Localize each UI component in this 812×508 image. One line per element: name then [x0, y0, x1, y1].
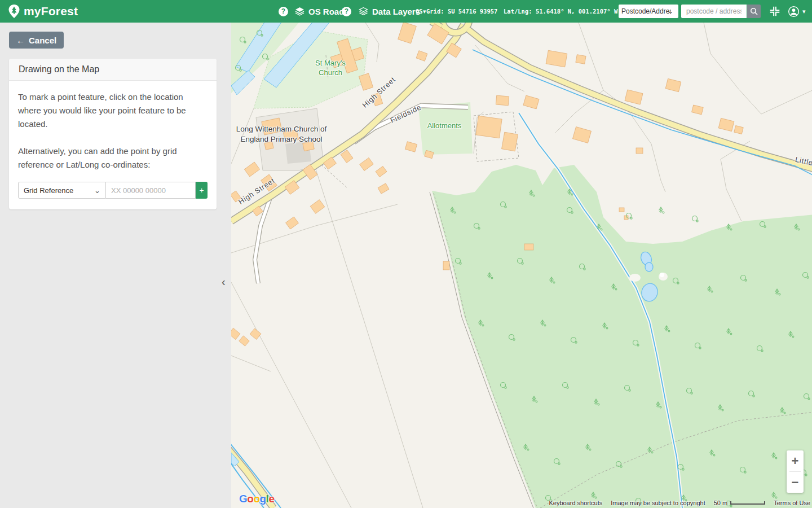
copyright-notice: Image may be subject to copyright: [611, 500, 705, 506]
layers-outline-icon: [359, 7, 368, 16]
map-label-primary-school: Long Wittenham Church of England Primary…: [231, 124, 333, 144]
left-sidebar: ← Cancel Drawing on the Map To mark a po…: [0, 23, 231, 508]
brand-logo[interactable]: myForest: [8, 0, 78, 23]
ref-type-select[interactable]: Grid Reference ⌄: [18, 182, 106, 199]
basemap-tiles: [231, 23, 812, 508]
brand-name: myForest: [24, 5, 78, 18]
search-icon: [750, 7, 758, 15]
cancel-button[interactable]: ← Cancel: [9, 32, 64, 49]
user-circle-icon: [788, 6, 800, 17]
layers-icon: [295, 7, 304, 16]
search-button[interactable]: [747, 5, 761, 18]
search-input[interactable]: [681, 5, 747, 18]
ref-type-selected: Grid Reference: [24, 186, 73, 195]
zoom-out-button[interactable]: −: [787, 472, 804, 493]
basemap-menu-label: OS Road: [308, 7, 344, 16]
os-grid-readout: OS Grid: SU 54716 93957: [416, 0, 497, 23]
map-label-st-marys-church: St Mary's Church: [305, 59, 356, 78]
grid-reference-input[interactable]: [106, 182, 196, 199]
help-icon: ?: [279, 7, 288, 16]
map-canvas[interactable]: St Mary's Church Long Wittenham Church o…: [231, 23, 812, 508]
basemap-help-button[interactable]: ?: [279, 0, 288, 23]
terms-of-use-link[interactable]: Terms of Use: [774, 500, 810, 506]
add-point-button[interactable]: +: [196, 182, 208, 199]
cancel-label: Cancel: [29, 36, 56, 45]
zoom-control: + −: [787, 450, 804, 493]
app-header: myForest ? OS Road ▾ ? Data Layers ▾ OS …: [0, 0, 812, 23]
google-logo[interactable]: Google: [239, 493, 274, 505]
scale-label: 50 m: [714, 500, 727, 506]
help-icon: ?: [342, 7, 351, 16]
select-caret-icon: ⌄: [668, 7, 673, 15]
search-type-select[interactable]: Postcode/Address ⌄: [619, 5, 678, 18]
keyboard-shortcuts-link[interactable]: Keyboard shortcuts: [549, 500, 602, 506]
search-type-selected: Postcode/Address: [621, 7, 671, 15]
chevron-down-icon: ⌄: [94, 186, 100, 195]
compress-icon: [769, 5, 781, 17]
map-label-allotments: Allotments: [419, 121, 470, 131]
map-scale: 50 m: [714, 500, 765, 506]
sidebar-collapse-handle[interactable]: ‹: [222, 276, 226, 287]
instruction-text-1: To mark a point feature, click on the lo…: [18, 90, 208, 131]
latlng-readout: Lat/Lng: 51.6418° N, 001.2107° W: [504, 0, 617, 23]
coordinate-entry-row: Grid Reference ⌄ +: [18, 182, 208, 199]
scale-bar: [730, 501, 765, 505]
chevron-down-icon: ▾: [802, 8, 806, 15]
layers-help-button[interactable]: ?: [342, 0, 351, 23]
user-menu[interactable]: ▾: [788, 0, 806, 23]
map-attribution-bar: Keyboard shortcuts Image may be subject …: [549, 497, 810, 508]
drawing-panel-body: To mark a point feature, click on the lo…: [9, 81, 217, 209]
panel-title: Drawing on the Map: [19, 64, 99, 75]
drawing-panel-header: Drawing on the Map: [9, 59, 217, 81]
zoom-in-button[interactable]: +: [787, 450, 804, 471]
fullscreen-toggle-button[interactable]: [769, 0, 781, 23]
back-arrow-icon: ←: [16, 36, 25, 45]
data-layers-menu-label: Data Layers: [372, 7, 420, 16]
instruction-text-2: Alternatively, you can add the point by …: [18, 144, 208, 172]
drawing-panel: Drawing on the Map To mark a point featu…: [9, 59, 217, 209]
map-pin-tree-icon: [8, 4, 20, 19]
